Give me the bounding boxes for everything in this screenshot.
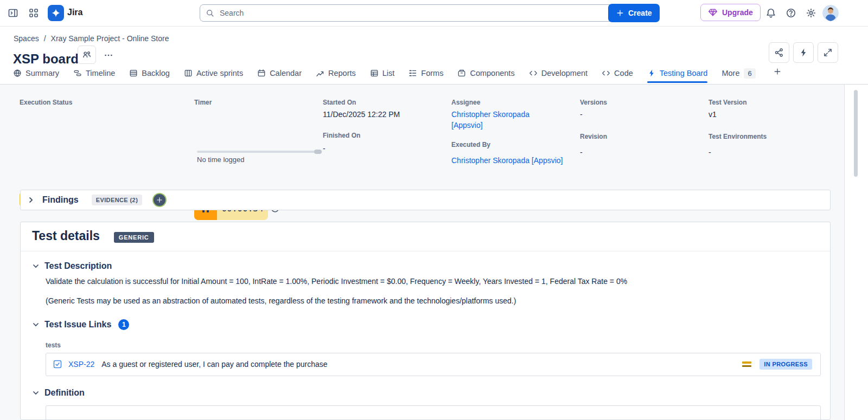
executed-by-label: Executed By xyxy=(451,141,490,148)
tab-development[interactable]: Development xyxy=(529,64,588,82)
tab-code[interactable]: Code xyxy=(602,64,633,82)
sidebar-toggle-button[interactable] xyxy=(4,4,22,22)
test-details-title: Test details xyxy=(32,229,100,243)
app-name: Jira xyxy=(67,8,82,17)
link-relation-label: tests xyxy=(46,341,830,349)
tab-reports[interactable]: Reports xyxy=(316,64,356,82)
test-issue-links-toggle[interactable]: Test Issue Links 1 xyxy=(21,319,830,330)
reports-icon xyxy=(316,69,324,77)
vertical-scrollbar[interactable] xyxy=(854,90,858,177)
started-on-label: Started On xyxy=(323,99,356,106)
breadcrumb-spaces-link[interactable]: Spaces xyxy=(14,34,39,43)
summary-icon xyxy=(13,69,22,77)
tab-list[interactable]: List xyxy=(370,64,395,82)
automation-lightning-icon xyxy=(799,48,808,57)
tab-components[interactable]: Components xyxy=(457,64,514,82)
expand-button[interactable] xyxy=(818,42,838,63)
findings-section[interactable]: Findings EVIDENCE (2) xyxy=(20,190,831,210)
time-bar-handle[interactable] xyxy=(314,150,322,154)
tab-label: Timeline xyxy=(86,69,115,77)
search-bar[interactable] xyxy=(200,4,614,22)
chevron-down-icon[interactable] xyxy=(32,321,40,328)
settings-button[interactable] xyxy=(802,4,820,22)
no-time-logged-text: No time logged xyxy=(197,156,244,164)
tab-backlog[interactable]: Backlog xyxy=(129,64,170,82)
breadcrumb: Spaces / Xray Sample Project - Online St… xyxy=(14,34,169,43)
findings-title: Findings xyxy=(42,195,79,205)
chevron-down-icon[interactable] xyxy=(32,262,40,270)
linked-issue-row[interactable]: XSP-22 As a guest or registered user, I … xyxy=(46,353,821,376)
executed-by-link[interactable]: Christopher Skoropada [Appsvio] xyxy=(451,156,563,165)
search-input[interactable] xyxy=(219,8,608,18)
definition-title: Definition xyxy=(44,388,85,398)
test-version-value: v1 xyxy=(709,110,717,119)
jira-logo[interactable] xyxy=(48,5,64,21)
test-description-toggle[interactable]: Test Description xyxy=(21,261,830,271)
add-tab-button[interactable] xyxy=(770,64,785,79)
user-avatar[interactable] xyxy=(822,5,839,21)
revision-value: - xyxy=(580,148,583,157)
share-button[interactable] xyxy=(769,42,789,63)
tab-label: Active sprints xyxy=(196,69,243,77)
notifications-button[interactable] xyxy=(762,4,780,22)
time-logged-bar[interactable] xyxy=(197,151,322,153)
tab-label: Summary xyxy=(25,69,59,77)
app-switcher-button[interactable] xyxy=(25,4,42,22)
automation-button[interactable] xyxy=(793,42,814,63)
breadcrumb-project-link[interactable]: Xray Sample Project - Online Store xyxy=(51,34,169,43)
tab-label: Development xyxy=(541,69,588,77)
test-details-header: Test details GENERIC xyxy=(21,222,830,243)
tab-forms[interactable]: Forms xyxy=(409,64,443,82)
top-nav: Jira Create Upgrade xyxy=(0,0,868,27)
chevron-right-icon[interactable] xyxy=(27,196,35,204)
started-on-value: 11/Dec/2025 12:22 PM xyxy=(323,110,400,119)
definition-field[interactable] xyxy=(46,405,821,420)
issue-key-link[interactable]: XSP-22 xyxy=(68,360,94,369)
expand-icon xyxy=(823,48,833,57)
add-finding-button[interactable] xyxy=(152,193,167,207)
board-more-button[interactable] xyxy=(100,47,117,64)
test-version-label: Test Version xyxy=(709,99,746,106)
tab-testing-board[interactable]: Testing Board xyxy=(647,64,708,82)
tab-active-sprints[interactable]: Active sprints xyxy=(184,64,243,82)
definition-toggle[interactable]: Definition xyxy=(21,388,830,398)
development-icon xyxy=(529,69,538,77)
help-button[interactable] xyxy=(782,4,800,22)
tab-timeline[interactable]: Timeline xyxy=(73,64,115,82)
timer-label: Timer xyxy=(194,99,212,106)
plus-icon xyxy=(773,67,782,76)
test-type-badge: GENERIC xyxy=(114,232,154,243)
upgrade-button[interactable]: Upgrade xyxy=(700,4,761,21)
ellipsis-icon xyxy=(104,50,113,60)
priority-medium-icon xyxy=(742,361,751,367)
finished-on-value: - xyxy=(323,144,326,153)
tab-summary[interactable]: Summary xyxy=(13,64,59,82)
versions-label: Versions xyxy=(580,99,607,106)
tab-calendar[interactable]: Calendar xyxy=(257,64,302,82)
board-members-button[interactable] xyxy=(78,46,96,64)
code-icon xyxy=(602,69,610,77)
issue-status-badge: IN PROGRESS xyxy=(760,359,812,370)
list-icon xyxy=(370,69,379,77)
help-icon xyxy=(786,8,796,18)
revision-label: Revision xyxy=(580,133,607,140)
testing-board-icon xyxy=(647,69,656,77)
tab-more[interactable]: More 6 xyxy=(722,64,755,82)
bell-icon xyxy=(765,8,776,18)
test-environments-label: Test Environments xyxy=(709,133,767,140)
chevron-down-icon[interactable] xyxy=(32,389,40,397)
tab-label: Calendar xyxy=(270,69,302,77)
tab-label: Forms xyxy=(421,69,443,77)
assignee-label: Assignee xyxy=(451,99,480,106)
create-button[interactable]: Create xyxy=(608,4,660,22)
test-environments-value: - xyxy=(709,148,711,157)
jira-app: Jira Create Upgrade Spaces / xyxy=(0,0,868,420)
upgrade-button-label: Upgrade xyxy=(722,8,753,17)
assignee-link[interactable]: Christopher Skoropada [Appsvio] xyxy=(451,109,546,131)
board-members-icon xyxy=(82,50,92,60)
tab-label: Code xyxy=(614,69,633,77)
active-sprints-icon xyxy=(184,69,193,77)
jira-logo-icon xyxy=(51,8,61,18)
divider xyxy=(21,251,830,251)
timeline-icon xyxy=(73,69,82,77)
